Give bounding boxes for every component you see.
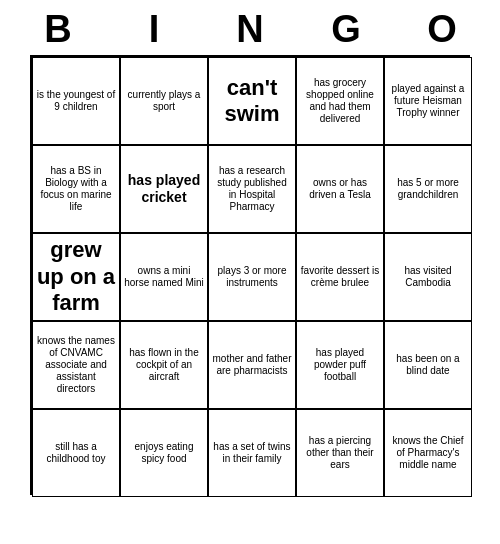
bingo-cell-11[interactable]: owns a mini horse named Mini	[120, 233, 208, 321]
bingo-cell-4[interactable]: played against a future Heisman Trophy w…	[384, 57, 472, 145]
letter-b: B	[14, 8, 102, 51]
bingo-cell-14[interactable]: has visited Cambodia	[384, 233, 472, 321]
bingo-cell-15[interactable]: knows the names of CNVAMC associate and …	[32, 321, 120, 409]
bingo-cell-13[interactable]: favorite dessert is crème brulee	[296, 233, 384, 321]
bingo-cell-19[interactable]: has been on a blind date	[384, 321, 472, 409]
bingo-cell-22[interactable]: has a set of twins in their family	[208, 409, 296, 497]
bingo-cell-16[interactable]: has flown in the cockpit of an aircraft	[120, 321, 208, 409]
bingo-cell-23[interactable]: has a piercing other than their ears	[296, 409, 384, 497]
bingo-cell-3[interactable]: has grocery shopped online and had them …	[296, 57, 384, 145]
bingo-cell-8[interactable]: owns or has driven a Tesla	[296, 145, 384, 233]
bingo-cell-0[interactable]: is the youngest of 9 children	[32, 57, 120, 145]
letter-n: N	[206, 8, 294, 51]
bingo-header: B I N G O	[10, 8, 490, 51]
bingo-grid: is the youngest of 9 childrencurrently p…	[30, 55, 470, 495]
letter-o: O	[398, 8, 486, 51]
bingo-cell-6[interactable]: has played cricket	[120, 145, 208, 233]
bingo-cell-24[interactable]: knows the Chief of Pharmacy's middle nam…	[384, 409, 472, 497]
bingo-cell-1[interactable]: currently plays a sport	[120, 57, 208, 145]
bingo-cell-17[interactable]: mother and father are pharmacists	[208, 321, 296, 409]
bingo-cell-21[interactable]: enjoys eating spicy food	[120, 409, 208, 497]
bingo-cell-10[interactable]: grew up on a farm	[32, 233, 120, 321]
bingo-cell-5[interactable]: has a BS in Biology with a focus on mari…	[32, 145, 120, 233]
bingo-cell-20[interactable]: still has a childhood toy	[32, 409, 120, 497]
bingo-cell-12[interactable]: plays 3 or more instruments	[208, 233, 296, 321]
bingo-cell-9[interactable]: has 5 or more grandchildren	[384, 145, 472, 233]
letter-g: G	[302, 8, 390, 51]
bingo-cell-7[interactable]: has a research study published in Hospit…	[208, 145, 296, 233]
letter-i: I	[110, 8, 198, 51]
bingo-cell-18[interactable]: has played powder puff football	[296, 321, 384, 409]
bingo-cell-2[interactable]: can't swim	[208, 57, 296, 145]
